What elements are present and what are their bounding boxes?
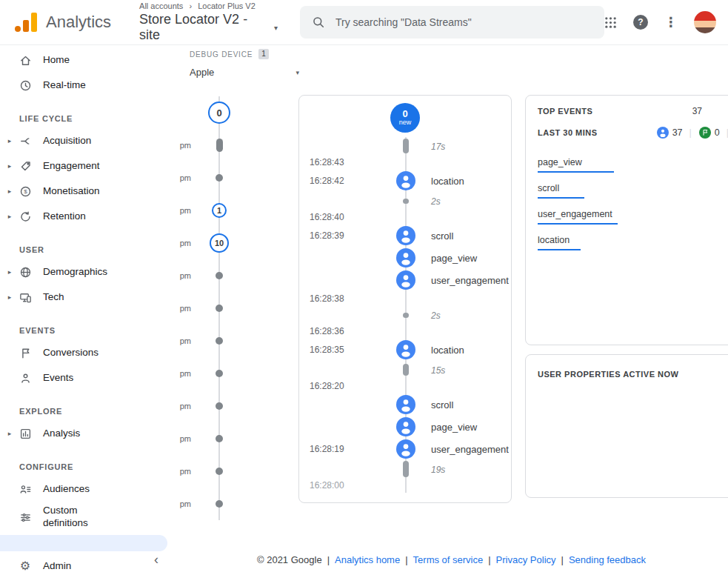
acquisition-icon — [18, 133, 33, 148]
collapse-sidebar-icon[interactable]: ‹ — [154, 552, 158, 568]
top-event-row[interactable]: scroll — [538, 181, 728, 199]
search-bar[interactable] — [300, 6, 604, 39]
sidebar-item-realtime[interactable]: Real-time — [0, 73, 175, 98]
expand-arrow-icon[interactable]: ▸ — [4, 187, 15, 195]
expand-arrow-icon[interactable]: ▸ — [4, 213, 15, 220]
top-event-label[interactable]: page_view — [538, 157, 582, 167]
event-person-icon[interactable] — [396, 439, 415, 459]
stream-row: 17s — [299, 137, 511, 155]
sidebar-item-engagement[interactable]: ▸ Engagement — [0, 153, 175, 179]
minute-row[interactable]: pm — [175, 292, 243, 325]
minute-row[interactable]: pm — [175, 390, 243, 422]
event-person-icon[interactable] — [396, 171, 415, 190]
new-events-badge[interactable]: 0 new — [390, 103, 420, 133]
expand-arrow-icon[interactable]: ▸ — [4, 430, 15, 437]
minute-row[interactable]: pm — [175, 455, 243, 488]
sidebar-item-debugview-selected[interactable] — [0, 535, 167, 551]
breadcrumb-account[interactable]: Locator Plus V2 — [198, 1, 256, 10]
minute-row[interactable]: 0 — [175, 96, 243, 129]
sidebar-section-configure: CONFIGURE — [0, 446, 175, 476]
sidebar-item-monetisation[interactable]: ▸ $ Monetisation — [0, 179, 175, 204]
expand-arrow-icon[interactable]: ▸ — [4, 268, 15, 276]
minute-count-ring[interactable]: 0 — [208, 102, 230, 124]
debug-device-select[interactable]: Apple ▾ — [190, 67, 299, 78]
minute-row[interactable]: pm — [175, 259, 243, 292]
stream-event-label[interactable]: location — [431, 176, 464, 187]
expand-arrow-icon[interactable]: ▸ — [4, 162, 15, 170]
sidebar-item-events[interactable]: Events — [0, 365, 175, 390]
retention-icon — [18, 209, 33, 224]
stream-row: 16:28:42 location — [299, 170, 511, 192]
stream-row: 16:28:19 user_engagement — [299, 438, 511, 460]
top-event-row[interactable]: user_engagement — [538, 207, 728, 225]
event-person-icon[interactable] — [396, 395, 415, 414]
apps-grid-icon[interactable] — [604, 16, 617, 29]
stream-row: 16:28:35 location — [299, 339, 511, 361]
minute-count-ring[interactable]: 1 — [212, 203, 227, 218]
avatar[interactable] — [694, 11, 716, 33]
event-person-icon[interactable] — [396, 248, 415, 267]
analytics-logo-icon[interactable] — [13, 9, 40, 36]
sidebar-item-acquisition[interactable]: ▸ Acquisition — [0, 128, 175, 153]
sidebar-item-audiences[interactable]: Audiences — [0, 476, 175, 502]
minute-row[interactable]: pm 10 — [175, 227, 243, 259]
tag-icon — [18, 159, 33, 173]
footer-link[interactable]: Sending feedback — [569, 554, 646, 565]
event-person-icon[interactable] — [396, 270, 415, 290]
footer-link[interactable]: Analytics home — [335, 554, 400, 565]
more-vert-icon[interactable]: ⋮ — [664, 14, 678, 30]
tune-icon — [18, 510, 33, 525]
top-event-row[interactable]: page_view — [538, 155, 728, 173]
footer-link[interactable]: Terms of service — [413, 554, 484, 565]
minute-dot-marker — [216, 468, 223, 475]
property-switcher[interactable]: Store Locator V2 - site ▾ — [139, 12, 278, 43]
event-person-icon[interactable] — [396, 226, 415, 245]
minute-count-ring[interactable]: 10 — [210, 233, 229, 253]
minute-row[interactable]: pm — [175, 162, 243, 194]
event-person-icon[interactable] — [396, 417, 415, 436]
event-person-icon[interactable] — [396, 340, 415, 359]
minute-label: pm — [175, 369, 191, 378]
sidebar-item-retention[interactable]: ▸ Retention — [0, 204, 175, 229]
help-icon[interactable]: ? — [633, 15, 648, 30]
sidebar-item-conversions[interactable]: Conversions — [0, 340, 175, 365]
minute-row[interactable]: pm — [175, 325, 243, 357]
stream-event-label[interactable]: user_engagement — [431, 444, 509, 455]
conversions-count-icon — [699, 127, 711, 139]
breadcrumb-all-accounts[interactable]: All accounts — [139, 1, 183, 10]
top-event-row[interactable]: location — [538, 233, 728, 250]
top-events-total: 37 — [692, 106, 702, 116]
debug-device-selected-value: Apple — [190, 67, 214, 78]
stream-timestamp: 16:28:40 — [310, 212, 388, 222]
minute-row[interactable]: pm — [175, 357, 243, 390]
stream-event-label[interactable]: page_view — [431, 253, 477, 264]
sidebar-item-admin[interactable]: ⚙ Admin — [0, 554, 175, 575]
minute-row[interactable]: pm — [175, 488, 243, 520]
footer-link[interactable]: Privacy Policy — [496, 554, 556, 565]
sidebar-item-custom-definitions[interactable]: Custom definitions — [0, 502, 175, 533]
top-event-label[interactable]: scroll — [538, 183, 559, 193]
stream-event-label[interactable]: scroll — [431, 399, 453, 411]
sidebar-item-home[interactable]: Home — [0, 47, 175, 73]
top-event-label[interactable]: location — [538, 235, 570, 245]
minute-label: pm — [175, 434, 191, 443]
expand-arrow-icon[interactable]: ▸ — [4, 293, 15, 301]
sidebar-item-demographics[interactable]: ▸ Demographics — [0, 259, 175, 285]
sidebar-section-explore: EXPLORE — [0, 390, 175, 421]
stream-event-label[interactable]: scroll — [431, 230, 453, 242]
top-event-label[interactable]: user_engagement — [538, 209, 612, 219]
expand-arrow-icon[interactable]: ▸ — [4, 137, 15, 144]
gear-icon: ⚙ — [18, 559, 33, 574]
devices-icon — [18, 290, 33, 305]
minute-dot-marker — [216, 337, 223, 345]
sidebar-item-tech[interactable]: ▸ Tech — [0, 285, 175, 310]
minute-row[interactable]: pm — [175, 422, 243, 455]
sidebar-item-analysis[interactable]: ▸ Analysis — [0, 421, 175, 446]
stream-event-label[interactable]: user_engagement — [431, 275, 509, 286]
search-input[interactable] — [334, 16, 604, 29]
stream-event-label[interactable]: page_view — [431, 422, 477, 433]
minute-row[interactable]: pm — [175, 129, 243, 162]
minute-row[interactable]: pm 1 — [175, 194, 243, 227]
stream-event-label[interactable]: location — [431, 345, 464, 356]
app-name[interactable]: Analytics — [46, 13, 111, 32]
